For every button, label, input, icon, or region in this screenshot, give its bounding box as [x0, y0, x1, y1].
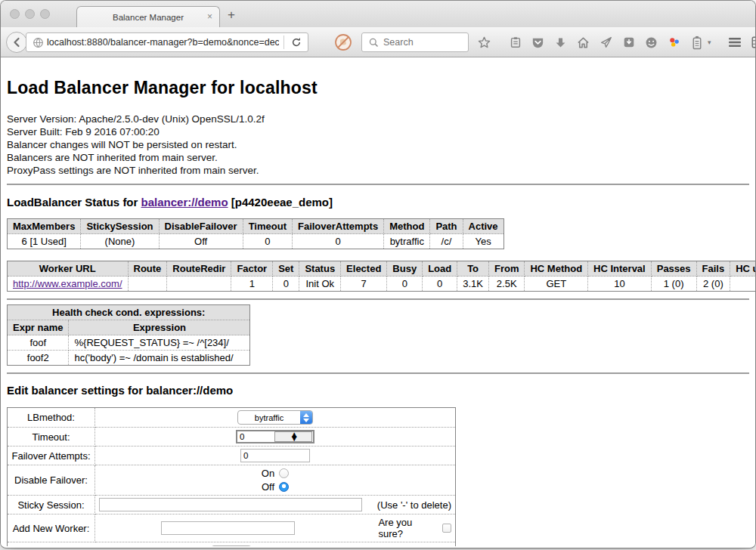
new-tab-button[interactable]: +: [228, 8, 235, 23]
table-cell: [730, 277, 755, 292]
pocket-icon[interactable]: [531, 36, 545, 50]
table-cell: 0: [387, 277, 423, 292]
table-cell: foof2: [8, 351, 69, 366]
browser-window: Balancer Manager × + localhost:8880/bala…: [1, 1, 755, 548]
table-cell: GET: [525, 277, 588, 292]
health-check-table: Health check cond. expressions: Expr nam…: [7, 304, 250, 366]
timeout-input[interactable]: 0 ▲▼: [236, 430, 314, 443]
column-header: Factor: [231, 261, 273, 277]
sticky-session-label: Sticky Session:: [8, 496, 95, 514]
add-worker-label: Add New Worker:: [8, 514, 95, 542]
send-plane-icon[interactable]: [599, 36, 613, 50]
back-arrow-icon: [11, 37, 22, 48]
url-bar[interactable]: localhost:8880/balancer-manager?b=demo&n…: [26, 32, 308, 52]
submit-button[interactable]: Submit: [211, 545, 252, 546]
column-header: Elected: [341, 261, 387, 277]
url-text[interactable]: localhost:8880/balancer-manager?b=demo&n…: [47, 37, 279, 48]
table-cell: 1 (0): [651, 277, 696, 292]
edit-settings-heading: Edit balancer settings for balancer://de…: [7, 384, 749, 397]
radio-on-label: On: [262, 468, 274, 479]
table-row: 6 [1 Used] (None) Off 0 0 bytraffic /c/ …: [8, 234, 504, 249]
tab-close-icon[interactable]: ×: [207, 11, 212, 22]
tab-balancer-manager[interactable]: Balancer Manager ×: [76, 6, 220, 27]
form-row-lbmethod: LBmethod: bytraffic: [8, 408, 456, 428]
timeout-value: 0: [237, 432, 274, 441]
sticky-session-input[interactable]: [99, 498, 362, 511]
window-close-button[interactable]: [10, 9, 20, 19]
download-box-icon[interactable]: [621, 36, 636, 50]
worker-url-link[interactable]: http://www.example.com/: [13, 278, 122, 289]
edit-balancer-form: LBmethod: bytraffic Timeout: 0: [7, 407, 456, 546]
column-header: FailoverAttempts: [292, 219, 383, 234]
health-table-title: Health check cond. expressions:: [8, 305, 250, 320]
table-row: http://www.example.com/ 1 0 Init Ok 7 0 …: [8, 277, 756, 292]
column-header: Set: [273, 261, 299, 277]
menu-hamburger-icon[interactable]: [728, 36, 742, 50]
disable-failover-on-radio[interactable]: [279, 468, 289, 478]
tab-strip: Balancer Manager × +: [1, 1, 755, 27]
tab-title: Balancer Manager: [113, 13, 184, 22]
table-cell: Off: [159, 234, 243, 249]
home-icon[interactable]: [576, 36, 590, 50]
overflow-caret-icon[interactable]: ▾: [708, 39, 711, 46]
column-header: Active: [463, 219, 503, 234]
add-worker-input[interactable]: [161, 521, 295, 535]
failover-attempts-input[interactable]: [240, 449, 310, 462]
downloads-icon[interactable]: [553, 36, 568, 50]
search-input[interactable]: [383, 37, 468, 48]
status-heading-prefix: LoadBalancer Status for: [7, 196, 141, 209]
worker-table: Worker URL Route RouteRedir Factor Set S…: [7, 261, 755, 292]
table-cell: 0: [243, 234, 292, 249]
column-header: Passes: [651, 261, 696, 277]
table-row: foof %{REQUEST_STATUS} =~ /^[234]/: [8, 335, 250, 351]
submit-cell: Submit: [8, 542, 456, 547]
page-content: Load Balancer Manager for localhost Serv…: [1, 58, 755, 546]
table-cell: bytraffic: [384, 234, 430, 249]
battery-icon[interactable]: [689, 36, 704, 50]
are-you-sure-checkbox[interactable]: [442, 524, 451, 533]
failover-attempts-label: Failover Attempts:: [8, 446, 95, 465]
form-row-sticky-session: Sticky Session: (Use '-' to delete): [8, 496, 456, 514]
status-heading-suffix: [p4420eeae_demo]: [228, 196, 333, 209]
table-cell: 2.5K: [488, 277, 525, 292]
inherit-notice-line: Balancers are NOT inherited from main se…: [7, 151, 749, 164]
form-row-timeout: Timeout: 0 ▲▼: [8, 428, 456, 446]
lbmethod-selected-value: bytraffic: [238, 413, 300, 422]
table-cell: hc('body') =~ /domain is established/: [69, 351, 250, 366]
window-zoom-button[interactable]: [40, 9, 50, 19]
select-stepper-icon: [300, 410, 312, 425]
disable-failover-off-radio[interactable]: [279, 482, 289, 492]
back-button[interactable]: [6, 32, 27, 53]
extension-dots-icon[interactable]: [667, 36, 681, 50]
persist-notice-line: Balancer changes will NOT be persisted o…: [7, 138, 749, 151]
reload-icon[interactable]: [289, 36, 303, 50]
bookmarks-clipboard-icon[interactable]: [508, 36, 522, 50]
form-row-disable-failover: Disable Failover: On Off: [8, 465, 456, 496]
adblock-icon[interactable]: [334, 33, 352, 51]
disable-failover-label: Disable Failover:: [8, 465, 95, 496]
table-cell: Yes: [463, 234, 503, 249]
loadbalancer-status-heading: LoadBalancer Status for balancer://demo …: [7, 196, 749, 209]
page-title: Load Balancer Manager for localhost: [7, 78, 749, 98]
bookmark-star-icon[interactable]: [477, 36, 491, 50]
divider: [7, 298, 749, 300]
window-minimize-button[interactable]: [25, 9, 35, 19]
table-cell: 3.1K: [457, 277, 489, 292]
search-bar[interactable]: [361, 32, 469, 52]
column-header: Expr name: [8, 320, 69, 335]
table-cell: Init Ok: [299, 277, 341, 292]
column-header: MaxMembers: [8, 219, 81, 234]
number-stepper-icon[interactable]: ▲▼: [274, 431, 313, 442]
radio-off-label: Off: [262, 481, 274, 493]
table-cell: (None): [81, 234, 159, 249]
balancer-demo-link[interactable]: balancer://demo: [141, 196, 228, 209]
lbmethod-label: LBmethod:: [8, 408, 95, 428]
server-info: Server Version: Apache/2.5.0-dev (Unix) …: [7, 113, 749, 177]
form-row-submit: Submit: [8, 542, 456, 547]
feedback-smiley-icon[interactable]: [644, 36, 658, 50]
search-icon: [367, 36, 381, 50]
form-row-failover-attempts: Failover Attempts:: [8, 446, 456, 465]
table-cell: 0: [423, 277, 457, 292]
lbmethod-select[interactable]: bytraffic: [237, 410, 313, 425]
grid-extension-icon[interactable]: [751, 36, 755, 50]
